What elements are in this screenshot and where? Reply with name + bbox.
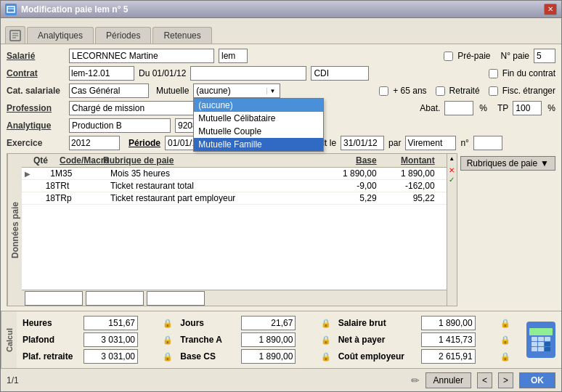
ok-button[interactable]: OK: [519, 372, 555, 388]
mutuelle-label: Mutuelle: [156, 86, 189, 96]
table-row: ▶ 1 M35 Mois 35 heures 1 890,00 1 890,00: [22, 168, 447, 180]
analytique-input[interactable]: [69, 118, 171, 133]
rubriques-arrow-icon: ▼: [540, 158, 549, 168]
fisc-checkbox[interactable]: [489, 86, 498, 96]
col-header-code[interactable]: Code/Macro: [60, 155, 103, 166]
window-title: Modification paie lem n° 5: [21, 4, 544, 15]
mutuelle-option-celibataire[interactable]: Mutuelle Célibataire: [194, 112, 323, 125]
cout-employeur-input[interactable]: [421, 349, 476, 364]
delete-row-btn[interactable]: ✕: [449, 166, 455, 174]
col-header-base[interactable]: Base: [319, 155, 377, 166]
plus65-label: + 65 ans: [393, 86, 426, 96]
mutuelle-option-couple[interactable]: Mutuelle Couple: [194, 125, 323, 138]
table-row: 18 TRt Ticket restaurant total -9,00 -16…: [22, 180, 447, 192]
pencil-icon: ✏: [411, 375, 420, 386]
exercice-dropdown[interactable]: 2012: [69, 136, 120, 150]
mutuelle-select[interactable]: (aucune) ▼: [193, 83, 280, 98]
heures-input[interactable]: [84, 316, 138, 330]
scroll-up-btn[interactable]: ▲: [449, 155, 455, 162]
mutuelle-option-famille[interactable]: Mutuelle Famille: [194, 138, 323, 151]
mutuelle-option-aucune[interactable]: (aucune): [194, 99, 323, 112]
du-date-input[interactable]: [190, 66, 306, 81]
par-dropdown[interactable]: Virement: [405, 136, 456, 150]
tab-periodes[interactable]: Périodes: [95, 27, 151, 44]
pre-paie-checkbox[interactable]: [444, 52, 453, 61]
calc-btn: [532, 337, 537, 341]
net-payer-input[interactable]: [421, 332, 476, 347]
cat-select[interactable]: Cas Général: [69, 83, 149, 98]
title-bar: Modification paie lem n° 5 ✕: [1, 1, 561, 18]
base-cs-lock: 🔒: [321, 352, 335, 362]
tp-label: TP: [497, 103, 508, 113]
tranche-a-input[interactable]: [241, 332, 296, 347]
cell-qte: 18: [33, 193, 55, 203]
confirm-row-btn[interactable]: ✓: [449, 176, 455, 184]
cell-qte: 18: [33, 181, 55, 191]
plafond-input[interactable]: [84, 332, 138, 347]
calc-buttons: [532, 337, 550, 351]
data-inner: Qté Code/Macro Rubrique de paie Base Mon…: [22, 154, 447, 306]
exercice-select[interactable]: 2012: [69, 136, 120, 150]
calculator-icon[interactable]: [526, 322, 555, 358]
fin-contrat-checkbox[interactable]: [489, 69, 498, 78]
du-label: Du 01/01/12: [139, 68, 186, 78]
jours-input[interactable]: [241, 316, 296, 330]
plus65-checkbox[interactable]: [379, 86, 388, 96]
prev-button[interactable]: <: [477, 372, 492, 388]
cell-rubrique: Mois 35 heures: [110, 168, 319, 179]
abat-label: Abat.: [420, 103, 440, 113]
plaf-retraite-input[interactable]: [84, 349, 138, 364]
bottom-input-2[interactable]: [86, 291, 144, 306]
retraite-checkbox[interactable]: [436, 86, 445, 96]
tab-analytiques[interactable]: Analytiques: [27, 27, 94, 44]
exercice-label: Exercice: [7, 138, 65, 148]
no-label: n°: [460, 138, 468, 148]
cell-rubrique: Ticket restaurant total: [110, 181, 319, 191]
calc-display: [529, 328, 553, 335]
bottom-input-1[interactable]: [25, 291, 83, 306]
cat-dropdown[interactable]: Cas Général: [69, 83, 149, 98]
salarie-label: Salarié: [7, 51, 65, 61]
par-select[interactable]: Virement: [405, 136, 456, 150]
base-cs-input[interactable]: [241, 349, 296, 364]
jours-lock: 🔒: [321, 319, 335, 328]
mutuelle-arrow-icon: ▼: [266, 88, 277, 94]
rubriques-button[interactable]: Rubriques de paie ▼: [460, 156, 555, 171]
tp-input[interactable]: [513, 101, 542, 115]
data-side-label: Données paie: [7, 154, 22, 306]
no-input[interactable]: [473, 136, 502, 150]
cell-code: M35: [55, 168, 81, 179]
svg-rect-0: [7, 7, 15, 12]
contrat-select[interactable]: lem-12.01: [69, 66, 134, 81]
plaf-retraite-lock: 🔒: [163, 352, 177, 362]
tp-pct: %: [547, 103, 555, 113]
tab-icon-main[interactable]: [5, 26, 25, 44]
salarie-name-input[interactable]: [69, 49, 214, 63]
next-button[interactable]: >: [498, 372, 513, 388]
contrat-type-input[interactable]: [311, 66, 369, 81]
periode-label: Période: [129, 138, 160, 148]
salaire-brut-input[interactable]: [421, 316, 476, 330]
cat-label: Cat. salariale: [7, 86, 65, 96]
cout-employeur-label: Coût employeur: [338, 351, 418, 362]
salarie-code-input[interactable]: [219, 49, 248, 63]
tab-retenues[interactable]: Retenues: [152, 27, 211, 44]
mutuelle-popup: (aucune) Mutuelle Célibataire Mutuelle C…: [193, 98, 324, 152]
cell-base: -9,00: [319, 181, 377, 191]
bottom-input-3[interactable]: [147, 291, 205, 306]
col-header-montant[interactable]: Montant: [377, 155, 435, 166]
cancel-button[interactable]: Annuler: [425, 372, 471, 388]
col-header-qte: Qté: [33, 155, 60, 166]
calcul-grid: Heures 🔒 Jours 🔒 Salaire brut 🔒 Plafond …: [17, 311, 521, 368]
cell-montant: -162,00: [377, 181, 435, 191]
col-header-rubrique[interactable]: Rubrique de paie: [103, 155, 319, 166]
close-button[interactable]: ✕: [544, 4, 557, 15]
no-paie-input[interactable]: [534, 49, 555, 63]
tranche-a-lock: 🔒: [321, 335, 335, 345]
regle-date-input[interactable]: [341, 136, 384, 150]
contrat-dropdown[interactable]: lem-12.01: [69, 66, 134, 81]
data-section: Données paie Qté Code/Macro Rubrique de …: [7, 153, 457, 306]
rubriques-area: Rubriques de paie ▼: [457, 153, 555, 306]
salarie-row: Salarié Pré-paie N° paie: [7, 49, 555, 63]
abat-input[interactable]: [444, 101, 473, 115]
